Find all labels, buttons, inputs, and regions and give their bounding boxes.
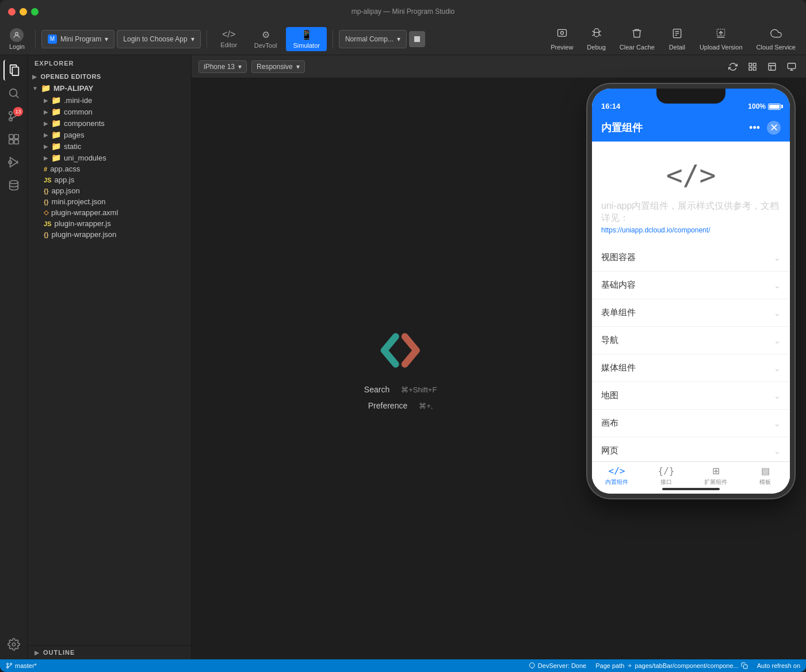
responsive-selector[interactable]: Responsive ▾ — [251, 60, 305, 73]
activity-run[interactable] — [3, 152, 24, 173]
reload-button[interactable] — [725, 59, 740, 74]
tree-item-plugin-wrapper-axml[interactable]: ◇ plugin-wrapper.axml — [28, 207, 191, 218]
svg-rect-30 — [749, 63, 752, 66]
maximize-button[interactable] — [31, 8, 39, 16]
mini-program-label: Mini Program — [60, 35, 101, 43]
device-name: iPhone 13 — [204, 63, 235, 71]
component-item-form[interactable]: 表单组件 ⌄ — [592, 299, 790, 327]
tree-item-static[interactable]: ▶ 📁 static — [28, 140, 191, 152]
simulator-tab[interactable]: 📱 Simulator — [286, 27, 326, 51]
mini-program-selector[interactable]: M Mini Program ▾ — [41, 30, 114, 48]
component-item-canvas[interactable]: 画布 ⌄ — [592, 410, 790, 437]
search-action-label: Search — [364, 385, 389, 394]
component-list: 视图容器 ⌄ 基础内容 ⌄ 表单组件 ⌄ — [592, 244, 790, 492]
responsive-dropdown-icon: ▾ — [296, 63, 300, 71]
welcome-logo — [377, 327, 423, 373]
uni-modules-caret: ▶ — [44, 155, 48, 161]
static-label: static — [64, 142, 81, 151]
svg-line-6 — [592, 34, 594, 36]
tree-item-common[interactable]: ▶ 📁 common — [28, 106, 191, 117]
canvas-chevron: ⌄ — [774, 419, 781, 428]
choose-app-button[interactable]: Login to Choose App ▾ — [117, 30, 200, 48]
devtool-tab[interactable]: ⚙ DevTool — [247, 27, 284, 51]
close-button[interactable] — [8, 8, 16, 16]
clear-cache-icon — [631, 28, 643, 42]
preview-action[interactable]: Preview — [545, 25, 579, 53]
mp-alipay-caret: ▼ — [32, 85, 38, 91]
svg-rect-33 — [753, 67, 756, 70]
tab-interface[interactable]: {/} 接口 — [641, 465, 691, 486]
code-view-button[interactable] — [765, 59, 780, 74]
tree-item-plugin-wrapper-js[interactable]: JS plugin-wrapper.js — [28, 218, 191, 229]
component-item-media[interactable]: 媒体组件 ⌄ — [592, 354, 790, 382]
editor-tab[interactable]: </> Editor — [213, 27, 245, 51]
activity-settings[interactable] — [3, 634, 24, 655]
activity-database[interactable] — [3, 175, 24, 196]
mp-icon: M — [48, 35, 57, 44]
tree-item-app-js[interactable]: JS app.js — [28, 174, 191, 185]
component-item-web[interactable]: 网页 ⌄ — [592, 437, 790, 465]
svg-point-26 — [8, 161, 12, 164]
grid-view-button[interactable] — [745, 59, 760, 74]
tree-item-components[interactable]: ▶ 📁 components — [28, 117, 191, 129]
activity-extensions[interactable] — [3, 129, 24, 150]
more-options-button[interactable]: ••• — [749, 122, 760, 134]
phone-time: 16:14 — [601, 102, 620, 110]
normal-comp-selector[interactable]: Normal Comp... ▾ — [339, 30, 407, 48]
source-control-badge: 13 — [13, 107, 22, 116]
nav-chevron: ⌄ — [774, 336, 781, 345]
code-placeholder: </> uni-app内置组件，展示样式仅供参考，文档详见： https://u… — [592, 142, 790, 244]
debug-action[interactable]: Debug — [581, 25, 611, 53]
page-path-status[interactable]: Page path pages/tabBar/component/compone… — [595, 662, 748, 669]
clear-cache-action[interactable]: Clear Cache — [614, 25, 660, 53]
component-item-map[interactable]: 地图 ⌄ — [592, 382, 790, 410]
detail-action[interactable]: Detail — [663, 25, 692, 53]
extended-tab-label: 扩展组件 — [704, 478, 727, 486]
editor-area: iPhone 13 ▾ Responsive ▾ — [192, 55, 806, 659]
grid-icon — [748, 62, 757, 71]
stop-button[interactable] — [409, 31, 425, 47]
tab-extended-components[interactable]: ⊞ 扩展组件 — [691, 465, 740, 486]
battery-percentage: 100% — [748, 102, 766, 110]
tree-item-mini-ide[interactable]: ▶ 📁 .mini-ide — [28, 94, 191, 106]
tree-item-app-acss[interactable]: # app.acss — [28, 163, 191, 174]
mp-alipay-root[interactable]: ▼ 📁 MP-ALIPAY — [28, 82, 191, 94]
inspect-button[interactable] — [784, 59, 799, 74]
component-item-nav[interactable]: 导航 ⌄ — [592, 327, 790, 354]
tree-item-uni-modules[interactable]: ▶ 📁 uni_modules — [28, 152, 191, 163]
tree-item-app-json[interactable]: {} app.json — [28, 185, 191, 196]
settings-icon — [7, 638, 20, 651]
upload-version-action[interactable]: Upload Version — [694, 25, 748, 53]
explorer-header: EXPLORER — [28, 55, 191, 71]
cloud-service-action[interactable]: Cloud Service — [751, 25, 801, 53]
mp-folder-icon: 📁 — [41, 83, 51, 93]
static-folder-icon: 📁 — [51, 142, 61, 151]
component-map-label: 地图 — [601, 390, 618, 401]
run-icon — [7, 156, 20, 169]
component-item-view-container[interactable]: 视图容器 ⌄ — [592, 244, 790, 272]
uni-modules-label: uni_modules — [64, 154, 106, 162]
tab-templates[interactable]: ▤ 模板 — [740, 465, 790, 486]
login-button[interactable]: Login — [5, 26, 29, 52]
auto-refresh-status[interactable]: Auto refresh on — [757, 662, 800, 669]
activity-source-control[interactable]: 13 — [3, 106, 24, 127]
close-app-button[interactable]: ✕ — [767, 121, 781, 135]
tree-item-pages[interactable]: ▶ 📁 pages — [28, 129, 191, 140]
outline-label: OUTLINE — [43, 649, 75, 656]
tree-item-mini-project-json[interactable]: {} mini.project.json — [28, 196, 191, 207]
device-selector[interactable]: iPhone 13 ▾ — [198, 60, 247, 73]
component-web-label: 网页 — [601, 445, 618, 456]
opened-editors-group[interactable]: ▶ OPENED EDITORS — [28, 71, 191, 82]
tab-builtin-components[interactable]: </> 内置组件 — [592, 465, 641, 486]
activity-search[interactable] — [3, 83, 24, 104]
branch-status[interactable]: master* — [6, 662, 37, 669]
activity-files[interactable] — [3, 60, 24, 81]
minimize-button[interactable] — [20, 8, 27, 16]
doc-link[interactable]: https://uniapp.dcloud.io/component/ — [601, 226, 710, 234]
tree-item-plugin-wrapper-json[interactable]: {} plugin-wrapper.json — [28, 229, 191, 240]
titlebar: mp-alipay — Mini Program Studio — [0, 0, 806, 23]
outline-section[interactable]: ▶ OUTLINE — [28, 645, 191, 659]
editor-icon: </> — [222, 29, 235, 40]
svg-rect-44 — [743, 665, 747, 669]
component-item-basic[interactable]: 基础内容 ⌄ — [592, 272, 790, 299]
